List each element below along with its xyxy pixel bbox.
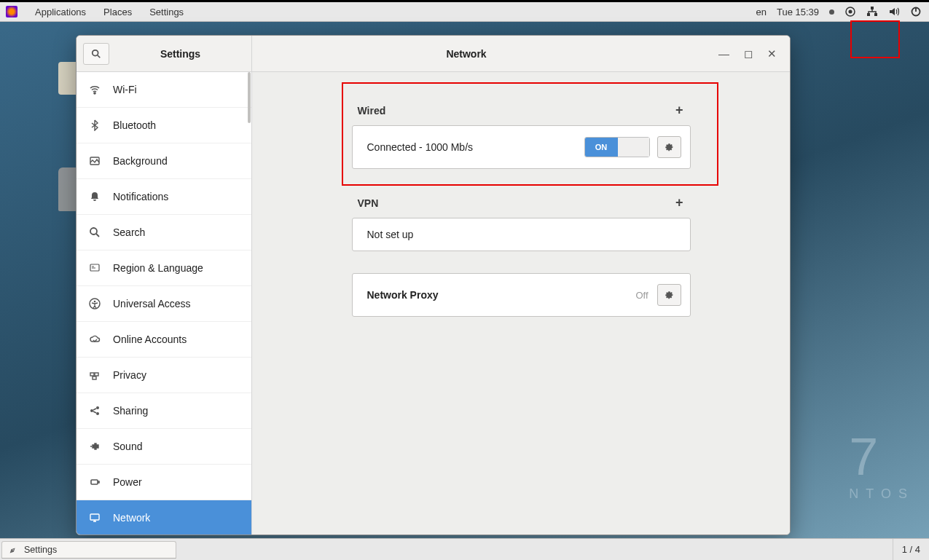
network-icon: [88, 512, 101, 524]
sidebar-item-search[interactable]: Search: [77, 215, 251, 251]
sidebar-item-wi-fi[interactable]: Wi-Fi: [77, 72, 251, 108]
power-icon: [88, 476, 101, 488]
sidebar-item-online-accounts[interactable]: Online Accounts: [77, 322, 251, 358]
scrollbar[interactable]: [248, 72, 251, 123]
sidebar-item-network[interactable]: Network: [77, 500, 251, 535]
settings-sidebar: Wi-FiBluetoothBackgroundNotificationsSea…: [77, 72, 252, 535]
window-title: Network: [252, 36, 681, 71]
sidebar-item-label: Sound: [113, 441, 142, 452]
sound-icon: [88, 441, 101, 452]
network-proxy-row[interactable]: Network Proxy Off: [352, 273, 691, 317]
keyboard-lang[interactable]: en: [756, 7, 766, 17]
svg-point-1: [849, 10, 852, 14]
sidebar-item-region-language[interactable]: Region & Language: [77, 251, 251, 286]
svg-rect-13: [90, 373, 94, 376]
distro-icon: [6, 6, 17, 17]
menu-applications[interactable]: Applications: [35, 7, 86, 17]
sidebar-item-label: Background: [113, 155, 168, 167]
wifi-icon: [88, 84, 101, 95]
close-button[interactable]: ✕: [767, 47, 777, 60]
background-icon: [88, 155, 101, 167]
sidebar-item-label: Universal Access: [113, 298, 191, 309]
sidebar-item-label: Online Accounts: [113, 334, 187, 345]
share-icon: [88, 405, 101, 417]
sidebar-item-sharing[interactable]: Sharing: [77, 393, 251, 429]
proxy-title: Network Proxy: [367, 289, 636, 301]
svg-point-16: [90, 409, 93, 412]
power-tray-icon[interactable]: [910, 6, 922, 17]
taskbar-app-settings[interactable]: Settings: [1, 541, 176, 559]
notification-dot-icon: [829, 9, 834, 15]
highlight-tray-network: [850, 20, 900, 58]
proxy-settings-button[interactable]: [657, 284, 681, 306]
bottom-taskbar: Settings 1 / 4: [0, 538, 929, 560]
vpn-status: Not set up: [367, 229, 681, 240]
sidebar-item-sound[interactable]: Sound: [77, 429, 251, 465]
sidebar-item-power[interactable]: Power: [77, 465, 251, 500]
svg-rect-2: [871, 7, 874, 9]
wired-settings-button[interactable]: [657, 136, 681, 158]
search-button[interactable]: [83, 43, 109, 65]
vpn-section-title: VPN: [358, 197, 379, 209]
workspace-pager[interactable]: 1 / 4: [893, 539, 929, 560]
svg-rect-15: [93, 376, 96, 379]
search-icon: [88, 226, 101, 238]
sidebar-item-notifications[interactable]: Notifications: [77, 179, 251, 215]
sidebar-item-label: Network: [113, 512, 150, 524]
wired-toggle[interactable]: ON: [584, 137, 650, 157]
sidebar-item-label: Region & Language: [113, 262, 203, 274]
sidebar-item-label: Search: [113, 226, 145, 238]
globe-icon: [88, 262, 101, 274]
svg-rect-19: [91, 480, 98, 484]
svg-rect-20: [90, 514, 99, 520]
svg-point-18: [96, 412, 99, 415]
sidebar-item-bluetooth[interactable]: Bluetooth: [77, 108, 251, 143]
wired-connection-row: Connected - 1000 Mb/s ON: [352, 125, 691, 169]
add-wired-button[interactable]: +: [675, 103, 688, 118]
os-watermark: 7NTOS: [849, 427, 914, 502]
bell-icon: [88, 191, 101, 202]
svg-point-7: [94, 92, 95, 94]
wired-status: Connected - 1000 Mb/s: [367, 141, 584, 153]
sidebar-item-label: Bluetooth: [113, 119, 156, 131]
clock[interactable]: Tue 15:39: [777, 7, 819, 17]
sidebar-item-label: Notifications: [113, 191, 168, 202]
sidebar-item-label: Sharing: [113, 405, 148, 417]
add-vpn-button[interactable]: +: [675, 195, 688, 210]
accessibility-icon: [88, 298, 101, 309]
network-tray-icon[interactable]: [866, 6, 878, 17]
volume-tray-icon[interactable]: [888, 6, 900, 17]
settings-content: Wired + Connected - 1000 Mb/s ON VPN +: [252, 72, 790, 535]
svg-point-6: [93, 50, 98, 55]
lock-icon: [88, 369, 101, 381]
svg-point-17: [96, 406, 99, 409]
top-menu-bar: Applications Places Settings en Tue 15:3…: [0, 0, 929, 22]
proxy-status: Off: [635, 290, 648, 301]
menu-places[interactable]: Places: [103, 7, 132, 17]
sidebar-title: Settings: [109, 48, 251, 60]
minimize-button[interactable]: —: [718, 47, 729, 60]
svg-rect-14: [95, 373, 98, 376]
taskbar-app-label: Settings: [24, 545, 57, 555]
svg-rect-4: [874, 13, 877, 16]
svg-point-12: [94, 301, 96, 303]
svg-rect-3: [867, 13, 870, 16]
menu-settings[interactable]: Settings: [149, 7, 184, 17]
wired-section-title: Wired: [358, 105, 386, 117]
titlebar: Settings Network — ◻ ✕: [77, 36, 790, 72]
sidebar-item-universal-access[interactable]: Universal Access: [77, 286, 251, 322]
maximize-button[interactable]: ◻: [744, 47, 753, 60]
sidebar-item-label: Power: [113, 476, 142, 488]
sidebar-item-label: Privacy: [113, 369, 146, 381]
vpn-row: Not set up: [352, 218, 691, 251]
screen-record-icon[interactable]: [844, 6, 856, 17]
sidebar-item-background[interactable]: Background: [77, 143, 251, 179]
sidebar-item-privacy[interactable]: Privacy: [77, 358, 251, 393]
cloud-icon: [88, 334, 101, 345]
svg-point-9: [90, 228, 97, 234]
settings-window: Settings Network — ◻ ✕ Wi-FiBluetoothBac…: [76, 35, 791, 535]
bluetooth-icon: [88, 119, 101, 131]
sidebar-item-label: Wi-Fi: [113, 84, 137, 95]
